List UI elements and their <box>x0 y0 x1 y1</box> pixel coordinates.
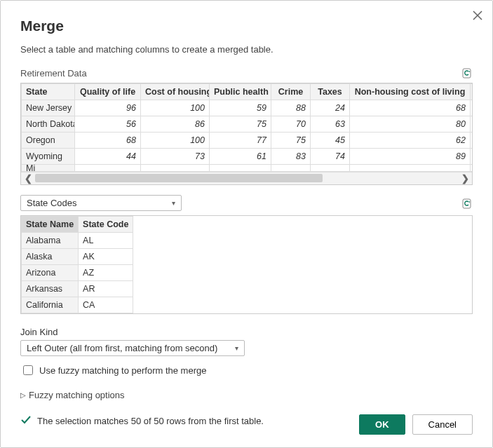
fuzzy-matching-label: Use fuzzy matching to perform the merge <box>39 365 206 376</box>
table-row[interactable]: ArkansasAR <box>22 281 133 297</box>
data-cell[interactable] <box>471 149 473 165</box>
checkmark-icon <box>20 414 32 428</box>
data-cell[interactable]: 70 <box>271 116 311 133</box>
data-cell[interactable]: 56 <box>75 116 141 133</box>
dialog-title: Merge <box>20 18 473 34</box>
data-cell[interactable]: 89 <box>350 149 471 165</box>
fuzzy-options-expander[interactable]: ▷ Fuzzy matching options <box>20 390 473 400</box>
second-table-header-row: State Codes ▾ <box>20 195 473 211</box>
state-name-cell[interactable]: Arizona <box>22 265 79 281</box>
table-row[interactable]: Wyoming447361837489 <box>22 149 473 165</box>
state-code-cell[interactable]: AK <box>79 249 133 265</box>
retirement-data-table[interactable]: StateQuality of lifeCost of housingPubli… <box>21 83 473 172</box>
state-codes-table-container: State NameState Code AlabamaALAlaskaAKAr… <box>20 215 473 314</box>
top-table-header-row: Retirement Data <box>20 67 473 79</box>
dialog-footer: OK Cancel <box>359 414 473 435</box>
data-cell[interactable]: 73 <box>141 149 210 165</box>
column-header[interactable]: Cost of housing <box>141 84 210 100</box>
ok-button[interactable]: OK <box>359 414 405 435</box>
state-cell[interactable]: Oregon <box>22 133 75 149</box>
column-header[interactable]: State <box>22 84 75 100</box>
column-header[interactable]: Public health <box>210 84 271 100</box>
top-table-label: Retirement Data <box>20 68 87 79</box>
data-cell[interactable] <box>471 100 473 116</box>
column-header[interactable]: Quality of life <box>75 84 141 100</box>
data-cell[interactable]: 83 <box>271 149 311 165</box>
data-cell[interactable]: 88 <box>271 100 311 116</box>
state-name-cell[interactable]: California <box>22 297 79 313</box>
state-code-cell[interactable]: AR <box>79 281 133 297</box>
fuzzy-matching-checkbox[interactable] <box>23 365 33 375</box>
table-row[interactable]: ArizonaAZ <box>22 265 133 281</box>
second-table-dropdown-value: State Codes <box>27 198 77 208</box>
data-cell[interactable]: 44 <box>75 149 141 165</box>
state-codes-table[interactable]: State NameState Code AlabamaALAlaskaAKAr… <box>21 216 133 313</box>
cancel-button[interactable]: Cancel <box>412 414 473 435</box>
state-name-cell[interactable]: Alaska <box>22 249 79 265</box>
data-cell[interactable]: 63 <box>311 116 350 133</box>
column-header[interactable]: State Name <box>22 217 79 233</box>
data-cell[interactable]: 80 <box>350 116 471 133</box>
data-cell[interactable]: 61 <box>210 149 271 165</box>
data-cell[interactable]: 96 <box>75 100 141 116</box>
state-name-cell[interactable]: Arkansas <box>22 281 79 297</box>
scroll-thumb[interactable] <box>35 174 323 182</box>
state-name-cell[interactable]: Alabama <box>22 233 79 249</box>
fuzzy-matching-checkbox-row[interactable]: Use fuzzy matching to perform the merge <box>20 363 473 377</box>
data-cell[interactable]: 100 <box>141 133 210 149</box>
data-cell[interactable]: 68 <box>75 133 141 149</box>
column-header[interactable]: Crime <box>271 84 311 100</box>
join-kind-label: Join Kind <box>20 327 473 337</box>
horizontal-scrollbar[interactable]: ❮ ❯ <box>21 172 472 184</box>
table-row[interactable]: AlaskaAK <box>22 249 133 265</box>
state-code-cell[interactable]: CA <box>79 297 133 313</box>
table-row[interactable]: North Dakota568675706380 <box>22 116 473 133</box>
chevron-down-icon: ▾ <box>235 344 238 352</box>
state-cell[interactable]: North Dakota <box>22 116 75 133</box>
join-kind-value: Left Outer (all from first, matching fro… <box>27 343 217 353</box>
data-cell[interactable]: 24 <box>311 100 350 116</box>
fuzzy-options-label: Fuzzy matching options <box>29 390 125 400</box>
data-cell[interactable]: 74 <box>311 149 350 165</box>
data-cell[interactable]: 75 <box>271 133 311 149</box>
scroll-track[interactable] <box>35 172 458 184</box>
data-cell[interactable] <box>471 133 473 149</box>
data-cell[interactable]: 45 <box>311 133 350 149</box>
column-header[interactable]: Taxes <box>311 84 350 100</box>
data-cell[interactable]: 68 <box>350 100 471 116</box>
refresh-icon[interactable] <box>461 67 473 79</box>
dialog-subtitle: Select a table and matching columns to c… <box>20 44 473 55</box>
table-row[interactable]: Mi <box>22 165 473 172</box>
table-row[interactable]: Oregon6810077754562 <box>22 133 473 149</box>
table-row[interactable]: AlabamaAL <box>22 233 133 249</box>
column-header[interactable]: Ov <box>471 84 473 100</box>
scroll-left-arrow[interactable]: ❮ <box>21 173 35 184</box>
join-kind-dropdown[interactable]: Left Outer (all from first, matching fro… <box>20 340 245 356</box>
data-cell[interactable]: 75 <box>210 116 271 133</box>
close-icon[interactable] <box>473 11 482 22</box>
data-cell[interactable]: 86 <box>141 116 210 133</box>
table-row[interactable]: New Jersey9610059882468 <box>22 100 473 116</box>
merge-dialog: Merge Select a table and matching column… <box>0 0 493 448</box>
data-cell[interactable] <box>471 116 473 133</box>
column-header[interactable]: State Code <box>79 217 133 233</box>
data-cell[interactable]: 77 <box>210 133 271 149</box>
data-cell[interactable]: 62 <box>350 133 471 149</box>
state-code-cell[interactable]: AZ <box>79 265 133 281</box>
second-table-dropdown[interactable]: State Codes ▾ <box>20 195 182 211</box>
chevron-down-icon: ▾ <box>172 199 175 207</box>
data-cell[interactable]: 100 <box>141 100 210 116</box>
refresh-icon[interactable] <box>461 198 473 209</box>
retirement-data-table-container: StateQuality of lifeCost of housingPubli… <box>20 83 473 185</box>
state-cell[interactable]: Wyoming <box>22 149 75 165</box>
table-row[interactable]: CaliforniaCA <box>22 297 133 313</box>
status-text: The selection matches 50 of 50 rows from… <box>37 416 264 426</box>
data-cell[interactable]: 59 <box>210 100 271 116</box>
state-code-cell[interactable]: AL <box>79 233 133 249</box>
column-header[interactable]: Non-housing cost of living <box>350 84 471 100</box>
state-cell[interactable]: New Jersey <box>22 100 75 116</box>
triangle-right-icon: ▷ <box>20 391 26 399</box>
scroll-right-arrow[interactable]: ❯ <box>458 173 472 184</box>
